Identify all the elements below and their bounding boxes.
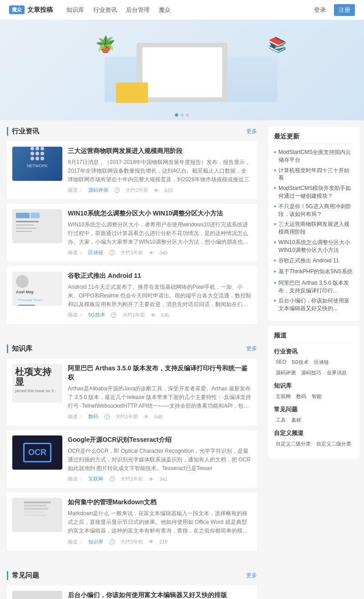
recent-item-0[interactable]: • ModStartCMS全面支持国内云储存平台: [274, 148, 354, 164]
knowledge-tag-3[interactable]: 知识库: [88, 538, 103, 545]
bullet-icon-2: •: [274, 184, 276, 193]
industry-section: 行业资讯 更多 NETWORK 三大运营商物联网发展进入: [7, 127, 257, 333]
channel-knowledge: 知识库 互联网 数码 智能: [274, 382, 354, 401]
register-button[interactable]: 注册: [334, 4, 355, 16]
article-title-1[interactable]: 三大运营商物联网发展进入规模商用阶段: [68, 147, 252, 156]
channel-tag-digital[interactable]: 数码: [294, 392, 308, 401]
hero-notebook: [116, 82, 148, 103]
hero-dot-2[interactable]: [181, 113, 184, 117]
recent-item-8[interactable]: • 阿里巴巴 Arthas 3.5.0 版本发布，支持反编译打印行...: [274, 279, 354, 295]
bullet-icon-4: •: [274, 220, 276, 229]
industry-more[interactable]: 更多: [246, 128, 257, 135]
channel-tag-internet[interactable]: 互联网: [274, 392, 293, 401]
header-right: 登录 注册: [310, 4, 355, 16]
channel-tag-smart[interactable]: 智能: [310, 392, 324, 401]
channel-tag-tools[interactable]: 工具: [274, 416, 288, 425]
channel-tag-seo[interactable]: SEO: [274, 358, 288, 367]
hero-plant-left: 🪴: [96, 36, 116, 52]
faq-title: 常见问题: [7, 571, 39, 580]
knowledge-title: 知识库: [7, 344, 32, 353]
knowledge-more[interactable]: 更多: [246, 345, 257, 353]
channel-tag-material[interactable]: 素材: [289, 416, 303, 425]
nav-knowledge[interactable]: 知识库: [66, 4, 84, 16]
article-title-3[interactable]: 谷歌正式推出 Android 11: [68, 271, 252, 281]
hero-dot-3[interactable]: [186, 113, 189, 117]
knowledge-desc-2: OCR是什么OCR，即 Optical Character Recognitio…: [68, 447, 252, 473]
industry-title: 行业资讯: [7, 127, 39, 136]
logo-badge[interactable]: 魔众: [9, 5, 25, 14]
logo: 魔众 文章投稿: [9, 5, 53, 14]
hero-books: 📚: [268, 36, 287, 53]
recent-item-5[interactable]: • WIN10系统怎么调整分区大小 WIN10调整分区大小方法: [274, 239, 354, 254]
faq-section: 常见问题 更多 ▶ B 后台小编们，你该如何使用富文本编辑器又好又快的排版 第１…: [7, 564, 257, 599]
channel-name-3: 自定义频道: [274, 429, 354, 437]
knowledge-featured: 杜项支持显 pened this issue on 3： 阿里巴巴 Arthas…: [7, 358, 257, 425]
recent-items-list: • ModStartCMS全面支持国内云储存平台 • 计算机视觉时年四十三十开始…: [274, 148, 354, 312]
knowledge-meta-1: 频道：数码 🕐 大约1年前 👁 545: [68, 413, 252, 420]
article-title-2[interactable]: WIN10系统怎么调整分区大小 WIN10调整分区大小方法: [68, 209, 252, 218]
knowledge-title-2[interactable]: Google开源OCR识别Tesseract介绍: [68, 435, 252, 445]
channel-tags-2: 工具 素材: [274, 416, 354, 425]
channel-tag-biz[interactable]: 业界消息: [325, 369, 349, 377]
article-thumb-faq1: ▶ B: [12, 591, 62, 599]
faq-more[interactable]: 更多: [246, 572, 257, 579]
article-thumb-iot: NETWORK: [12, 147, 62, 181]
recent-item-4[interactable]: • 三大运营商物联网发展进入规模商用阶段: [274, 220, 354, 236]
channel-name-2: 常见问题: [274, 405, 354, 414]
knowledge-meta-3: 频道：知识库 🕐 大约1年前 👁 219: [68, 538, 252, 545]
article-tag-1[interactable]: 源码评测: [88, 187, 108, 194]
knowledge-title-1[interactable]: 阿里巴巴 Arthas 3.5.0 版本发布，支持反编译打印行号和统一鉴权: [68, 364, 252, 382]
knowledge-article-3: 如何集中的管理Markdown文档 Markdown是什么 一般来说，在富文本编…: [7, 492, 257, 550]
knowledge-article-info-1: 阿里巴巴 Arthas 3.5.0 版本发布，支持反编译打印行号和统一鉴权 Ar…: [68, 364, 252, 420]
knowledge-tag-2[interactable]: 互联网: [88, 476, 103, 482]
hero-dot-1[interactable]: [175, 113, 178, 117]
content-area: 行业资讯 更多 NETWORK 三大运营商物联网发展进入: [0, 120, 264, 599]
login-button[interactable]: 登录: [310, 4, 329, 16]
article-tag-3[interactable]: 5G技术: [88, 312, 105, 318]
article-desc-1: 9月17日消息，（2017-2018年中国物联网发展年度报告）发布，报告显示，2…: [68, 158, 252, 184]
recent-item-7[interactable]: • 基于ThinkPHP的知名SNS系统: [274, 268, 354, 276]
article-desc-3: Android 11今天正式发布了。推荐在发现基础网络的Pixel手机，一加、小…: [68, 283, 252, 309]
channel-tag-custom2[interactable]: 自定义二级分类: [314, 440, 353, 448]
channel-tag-blockchain[interactable]: 区块链: [312, 358, 331, 367]
recent-item-1[interactable]: • 计算机视觉时年四十三十开始看: [274, 167, 354, 182]
sidebar-channels-title: 频道: [274, 332, 354, 343]
knowledge-featured-inner: 杜项支持显 pened this issue on 3： 阿里巴巴 Arthas…: [12, 364, 252, 420]
nav-industry[interactable]: 行业资讯: [93, 4, 117, 16]
channel-custom: 自定义频道 自定义二级分类 自定义二级分类: [274, 429, 354, 448]
article-thumb-android: Axel May Principal Token Place →: [12, 271, 62, 306]
knowledge-article-info-2: Google开源OCR识别Tesseract介绍 OCR是什么OCR，即 Opt…: [68, 435, 252, 482]
article-tag-2[interactable]: 区块链: [88, 249, 103, 256]
nav-admin[interactable]: 后台管理: [126, 4, 150, 16]
article-info-3: 谷歌正式推出 Android 11 Android 11今天正式发布了。推荐在发…: [68, 271, 252, 318]
recent-item-3[interactable]: • 不只是你！5G进入商用冲刺阶段，该如何布局？: [274, 203, 354, 218]
bullet-icon-3: •: [274, 202, 276, 211]
industry-article-1: NETWORK 三大运营商物联网发展进入规模商用阶段 9月17日消息，（2017…: [7, 141, 257, 199]
bullet-icon-7: •: [274, 267, 276, 276]
channel-tags-3: 自定义二级分类 自定义二级分类: [274, 440, 354, 448]
channel-tag-review[interactable]: 源码评测: [274, 369, 298, 377]
knowledge-title-3[interactable]: 如何集中的管理Markdown文档: [68, 498, 252, 507]
article-desc-2: WIN10系统怎么调整分区大小，者希用户在使用windows10进行完成系统进行…: [68, 220, 252, 247]
faq-title-1[interactable]: 后台小编们，你该如何使用富文本编辑器又好又快的排版: [68, 591, 252, 599]
article-info-2: WIN10系统怎么调整分区大小 WIN10调整分区大小方法 WIN10系统怎么调…: [68, 209, 252, 256]
faq-article-1: ▶ B 后台小编们，你该如何使用富文本编辑器又好又快的排版 第１级首先什么富文本…: [7, 585, 257, 599]
article-meta-1: 频道：源码评测 🕐 大约1年前 👁 620: [68, 187, 252, 194]
knowledge-tag-1[interactable]: 数码: [88, 413, 98, 420]
industry-header: 行业资讯 更多: [7, 127, 257, 136]
nav-mozong[interactable]: 魔众: [159, 4, 171, 16]
knowledge-desc-1: Arthas是Alibaba开源的Java的诊断工具，深受开发者喜爱。Artha…: [68, 384, 252, 411]
channel-tag-custom1[interactable]: 自定义二级分类: [274, 440, 313, 448]
knowledge-article-2: OCR Google开源OCR识别Tesseract介绍 OCR是什么OCR，即…: [7, 430, 257, 488]
channel-tag-5g[interactable]: 5G技术: [290, 358, 310, 367]
recent-item-2[interactable]: • ModStartCMS模块开发助手如何通过一键创建模块？: [274, 184, 354, 200]
channel-tag-skills[interactable]: 源码技巧: [299, 369, 323, 377]
channel-faq: 常见问题 工具 素材: [274, 405, 354, 425]
article-thumb-win10: [12, 209, 62, 243]
knowledge-meta-2: 频道：互联网 🕐 大约1年前 👁 341: [68, 476, 252, 482]
recent-item-9[interactable]: • 后台小编们，你该如何使用富文本编辑器又好又快的...: [274, 297, 354, 312]
recent-item-6[interactable]: • 谷歌正式推出 Android 11: [274, 257, 354, 266]
article-meta-3: 频道：5G技术 🕐 大约1年前 👁 535: [68, 312, 252, 318]
hero-content: 🪴 📚: [91, 29, 273, 111]
faq-header: 常见问题 更多: [7, 571, 257, 580]
